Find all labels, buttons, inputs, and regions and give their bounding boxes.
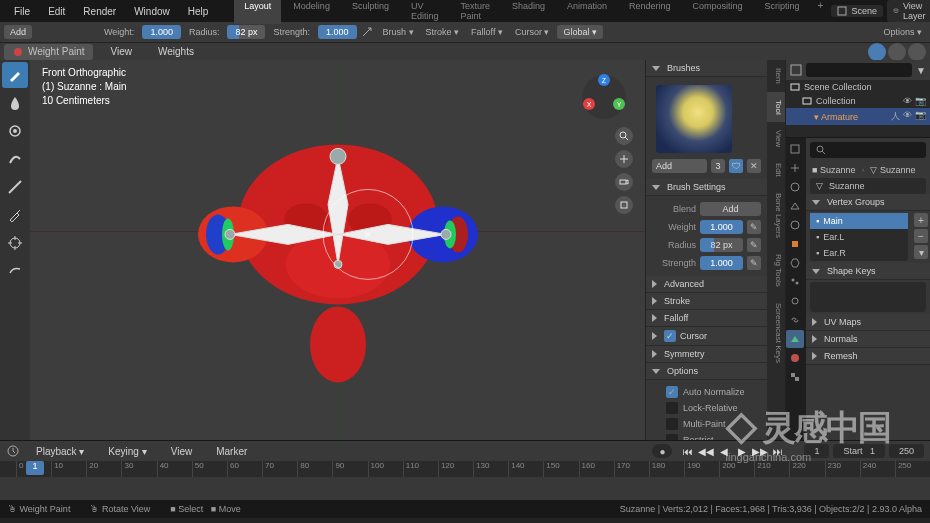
play-icon[interactable]: ▶: [734, 444, 750, 458]
nav-gizmo[interactable]: Z X Y: [579, 72, 629, 122]
weight-value[interactable]: 1.000: [142, 25, 181, 39]
cursor-checkbox[interactable]: ✓: [664, 330, 676, 342]
menu-help[interactable]: Help: [180, 4, 217, 19]
unlink-icon[interactable]: ✕: [747, 159, 761, 173]
play-rev-icon[interactable]: ◀: [716, 444, 732, 458]
radius-value[interactable]: 82 px: [227, 25, 265, 39]
brush-menu[interactable]: Brush ▾: [379, 27, 418, 37]
lock-rel-checkbox[interactable]: [666, 402, 678, 414]
outliner-collection[interactable]: Collection 👁📷: [786, 94, 930, 108]
outliner-armature[interactable]: ▾ Armature 人👁📷: [786, 108, 930, 125]
tab-compositing[interactable]: Compositing: [683, 0, 753, 24]
vtab-rigtools[interactable]: Rig Tools: [767, 246, 785, 295]
pen-icon-2[interactable]: ✎: [747, 238, 761, 252]
tab-add[interactable]: +: [812, 0, 830, 24]
restrict-checkbox[interactable]: [666, 434, 678, 440]
shading-material-icon[interactable]: [888, 43, 906, 61]
ptab-particles[interactable]: [786, 273, 804, 291]
ptab-world[interactable]: [786, 216, 804, 234]
bs-radius-value[interactable]: 82 px: [700, 238, 743, 252]
camera-icon[interactable]: [615, 173, 633, 191]
brush-preview[interactable]: [656, 85, 732, 153]
autokey-toggle[interactable]: ●: [652, 444, 672, 458]
shape-keys-header[interactable]: Shape Keys: [806, 263, 930, 280]
cursor-tool[interactable]: [2, 230, 28, 256]
playhead[interactable]: 1: [26, 461, 44, 475]
ptab-constraints[interactable]: [786, 311, 804, 329]
vtab-edit[interactable]: Edit: [767, 155, 785, 185]
ptab-object[interactable]: [786, 235, 804, 253]
filter-icon[interactable]: ▼: [916, 65, 926, 76]
zoom-icon[interactable]: [615, 127, 633, 145]
pressure-icon[interactable]: [361, 26, 375, 38]
keying-menu[interactable]: Keying ▾: [100, 444, 154, 459]
tab-animation[interactable]: Animation: [557, 0, 617, 24]
vtab-bonelayers[interactable]: Bone Layers: [767, 185, 785, 246]
suzanne-mesh[interactable]: [178, 104, 498, 384]
vertex-groups-header[interactable]: Vertex Groups: [806, 194, 930, 211]
auto-norm-checkbox[interactable]: ✓: [666, 386, 678, 398]
mode-selector[interactable]: Weight Paint: [4, 44, 93, 60]
brush-name[interactable]: Add: [652, 159, 707, 173]
eye-icon[interactable]: 👁: [903, 110, 912, 123]
timeline-ruler[interactable]: 1 0 10 20 30 40 50 60 70 80 90 100 110 1…: [0, 461, 930, 477]
tab-texpaint[interactable]: Texture Paint: [450, 0, 500, 24]
brush-average-tool[interactable]: [2, 118, 28, 144]
cursor-header[interactable]: ✓Cursor: [646, 327, 767, 346]
tab-modeling[interactable]: Modeling: [283, 0, 340, 24]
pan-icon[interactable]: [615, 150, 633, 168]
menu-file[interactable]: File: [6, 4, 38, 19]
options-header[interactable]: Options: [646, 363, 767, 380]
timeline-track[interactable]: [0, 477, 930, 501]
ptab-render[interactable]: [786, 140, 804, 158]
scene-selector[interactable]: Scene: [831, 5, 883, 17]
stroke-header[interactable]: Stroke: [646, 293, 767, 310]
mode-view-menu[interactable]: View: [103, 44, 141, 59]
multi-checkbox[interactable]: [666, 418, 678, 430]
strength-value[interactable]: 1.000: [318, 25, 357, 39]
eye-icon[interactable]: 👁: [903, 96, 912, 106]
ptab-data[interactable]: [786, 330, 804, 348]
start-frame[interactable]: Start 1: [833, 444, 885, 458]
vg-add-button[interactable]: +: [914, 213, 928, 227]
gradient-tool[interactable]: [2, 174, 28, 200]
bs-weight-value[interactable]: 1.000: [700, 220, 743, 234]
jump-end-icon[interactable]: ⏭: [770, 444, 786, 458]
current-frame[interactable]: 1: [804, 444, 829, 458]
orientation-dropdown[interactable]: Global ▾: [557, 25, 603, 39]
vtab-tool[interactable]: Tool: [767, 92, 785, 123]
symmetry-header[interactable]: Symmetry: [646, 346, 767, 363]
shading-solid-icon[interactable]: [868, 43, 886, 61]
ptab-output[interactable]: [786, 159, 804, 177]
annotate-tool[interactable]: [2, 258, 28, 284]
tab-scripting[interactable]: Scripting: [755, 0, 810, 24]
ptab-physics[interactable]: [786, 292, 804, 310]
vtab-item[interactable]: Item: [767, 60, 785, 92]
brush-blur-tool[interactable]: [2, 90, 28, 116]
outliner-scene-collection[interactable]: Scene Collection: [786, 80, 930, 94]
menu-edit[interactable]: Edit: [40, 4, 73, 19]
props-search[interactable]: [810, 142, 926, 158]
viewport-3d[interactable]: Front Orthographic (1) Suzanne : Main 10…: [30, 60, 645, 440]
brushes-panel-header[interactable]: Brushes: [646, 60, 767, 77]
ptab-viewlayer[interactable]: [786, 178, 804, 196]
vg-remove-button[interactable]: −: [914, 229, 928, 243]
menu-render[interactable]: Render: [75, 4, 124, 19]
outliner-search[interactable]: [806, 63, 912, 77]
jump-start-icon[interactable]: ⏮: [680, 444, 696, 458]
vg-main[interactable]: ▪ Main: [810, 213, 908, 229]
pen-icon-3[interactable]: ✎: [747, 256, 761, 270]
fake-user-icon[interactable]: 🛡: [729, 159, 743, 173]
uv-maps-header[interactable]: UV Maps: [806, 314, 930, 331]
prev-key-icon[interactable]: ◀◀: [698, 444, 714, 458]
end-frame[interactable]: 250: [889, 444, 924, 458]
brush-draw-tool[interactable]: [2, 62, 28, 88]
vg-earr[interactable]: ▪ Ear.R: [810, 245, 908, 261]
ptab-scene[interactable]: [786, 197, 804, 215]
playback-menu[interactable]: Playback ▾: [28, 444, 92, 459]
remesh-header[interactable]: Remesh: [806, 348, 930, 365]
timeline-icon[interactable]: [6, 444, 20, 458]
perspective-icon[interactable]: [615, 196, 633, 214]
vg-menu-button[interactable]: ▾: [914, 245, 928, 259]
pen-icon[interactable]: ✎: [747, 220, 761, 234]
